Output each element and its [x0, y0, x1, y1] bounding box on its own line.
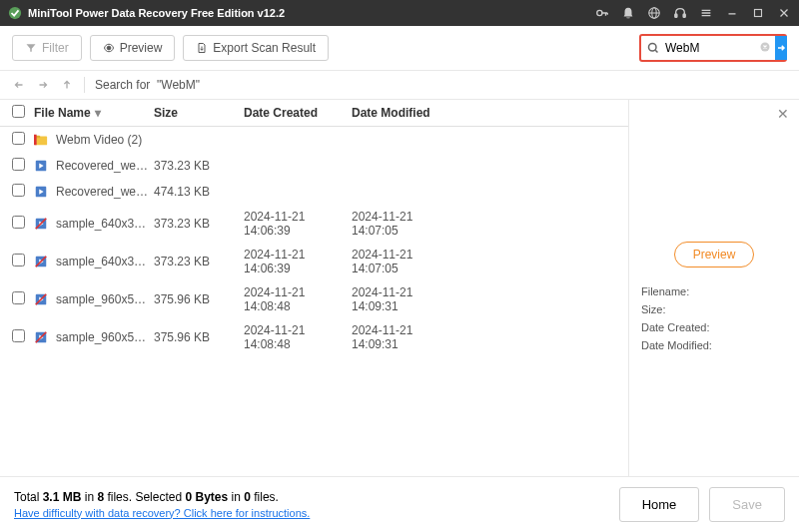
preview-label: Preview — [120, 41, 163, 55]
file-size: 375.96 KB — [154, 292, 244, 306]
filter-button[interactable]: Filter — [12, 35, 82, 61]
row-checkbox[interactable] — [12, 132, 25, 145]
meta-size: Size: — [641, 303, 787, 315]
table-row[interactable]: Webm Video (2) — [0, 127, 628, 153]
clear-search-icon[interactable] — [755, 41, 775, 56]
close-preview-icon[interactable]: ✕ — [777, 106, 789, 122]
file-name: sample_640x360... — [56, 255, 152, 268]
toolbar: Filter Preview Export Scan Result — [0, 26, 799, 71]
row-checkbox[interactable] — [12, 291, 25, 304]
column-size[interactable]: Size — [154, 106, 244, 120]
file-modified: 2024-11-21 14:07:05 — [352, 210, 459, 238]
select-all-checkbox[interactable] — [12, 105, 25, 118]
headphones-icon[interactable] — [673, 6, 687, 20]
app-title: MiniTool Power Data Recovery Free Editio… — [28, 7, 595, 19]
file-size: 373.23 KB — [154, 159, 244, 173]
filter-label: Filter — [42, 41, 69, 55]
preview-file-button[interactable]: Preview — [674, 242, 755, 267]
back-icon[interactable] — [12, 78, 26, 92]
file-type-icon — [34, 255, 48, 268]
meta-created: Date Created: — [641, 321, 787, 333]
table-row[interactable]: Recovered_webm...474.13 KB — [0, 179, 628, 205]
file-list: File Name ▾ Size Date Created Date Modif… — [0, 100, 629, 476]
menu-icon[interactable] — [699, 6, 713, 20]
meta-filename: Filename: — [641, 285, 787, 297]
sort-icon: ▾ — [95, 106, 101, 120]
file-size: 375.96 KB — [154, 330, 244, 344]
file-name: sample_960x540... — [56, 330, 152, 344]
globe-icon[interactable] — [647, 6, 661, 20]
file-type-icon — [34, 159, 48, 173]
file-name: sample_960x540... — [56, 292, 152, 306]
file-name: Recovered_webm... — [56, 159, 152, 173]
row-checkbox[interactable] — [12, 329, 25, 342]
breadcrumb-bar: Search for "WebM" — [0, 71, 799, 100]
table-row[interactable]: sample_960x540...375.96 KB2024-11-21 14:… — [0, 318, 628, 356]
export-button[interactable]: Export Scan Result — [183, 35, 329, 61]
column-modified[interactable]: Date Modified — [352, 106, 459, 120]
footer-text: Total 3.1 MB in 8 files. Selected 0 Byte… — [14, 489, 609, 521]
file-size: 474.13 KB — [154, 185, 244, 199]
up-icon[interactable] — [60, 78, 74, 92]
file-type-icon — [34, 185, 48, 199]
svg-rect-5 — [683, 14, 685, 18]
file-created: 2024-11-21 14:06:39 — [244, 210, 352, 238]
file-type-icon — [34, 330, 48, 344]
svg-point-0 — [9, 7, 21, 19]
column-created[interactable]: Date Created — [244, 106, 352, 120]
svg-point-7 — [107, 46, 111, 50]
row-checkbox[interactable] — [12, 254, 25, 266]
svg-point-8 — [649, 44, 657, 52]
help-link[interactable]: Have difficulty with data recovery? Clic… — [14, 507, 310, 519]
filter-icon — [25, 42, 37, 54]
file-created: 2024-11-21 14:08:48 — [244, 285, 352, 313]
home-button[interactable]: Home — [619, 487, 700, 522]
file-name: Recovered_webm... — [56, 185, 152, 199]
list-header: File Name ▾ Size Date Created Date Modif… — [0, 100, 628, 127]
search-icon — [641, 42, 665, 54]
file-size: 373.23 KB — [154, 255, 244, 268]
forward-icon[interactable] — [36, 78, 50, 92]
row-checkbox[interactable] — [12, 184, 25, 197]
app-logo-icon — [8, 6, 22, 20]
bell-icon[interactable] — [621, 6, 635, 20]
export-icon — [196, 42, 208, 54]
file-created: 2024-11-21 14:06:39 — [244, 248, 352, 275]
close-icon[interactable] — [777, 6, 791, 20]
titlebar: MiniTool Power Data Recovery Free Editio… — [0, 0, 799, 26]
minimize-icon[interactable] — [725, 6, 739, 20]
file-name: sample_640x360... — [56, 217, 152, 231]
table-row[interactable]: sample_640x360...373.23 KB2024-11-21 14:… — [0, 205, 628, 243]
maximize-icon[interactable] — [751, 6, 765, 20]
file-modified: 2024-11-21 14:09:31 — [352, 323, 459, 351]
eye-icon — [103, 42, 115, 54]
table-row[interactable]: sample_640x360...373.23 KB2024-11-21 14:… — [0, 243, 628, 280]
file-modified: 2024-11-21 14:07:05 — [352, 248, 459, 275]
search-path: Search for "WebM" — [95, 78, 200, 92]
export-label: Export Scan Result — [213, 41, 316, 55]
search-go-button[interactable] — [775, 36, 787, 60]
file-name: Webm Video (2) — [56, 133, 152, 147]
row-checkbox[interactable] — [12, 158, 25, 171]
row-checkbox[interactable] — [12, 216, 25, 229]
key-icon[interactable] — [595, 6, 609, 20]
save-button[interactable]: Save — [709, 487, 785, 522]
table-row[interactable]: Recovered_webm...373.23 KB — [0, 153, 628, 179]
search-box — [639, 34, 787, 62]
search-input[interactable] — [665, 41, 755, 55]
file-type-icon — [34, 217, 48, 231]
column-name[interactable]: File Name ▾ — [34, 106, 154, 120]
preview-panel: ✕ Preview Filename: Size: Date Created: … — [629, 100, 799, 476]
file-created: 2024-11-21 14:08:48 — [244, 323, 352, 351]
footer: Total 3.1 MB in 8 files. Selected 0 Byte… — [0, 476, 799, 532]
meta-modified: Date Modified: — [641, 339, 787, 351]
preview-button[interactable]: Preview — [90, 35, 176, 61]
svg-rect-4 — [675, 14, 677, 18]
svg-rect-6 — [755, 10, 762, 17]
file-type-icon — [34, 292, 48, 306]
file-type-icon — [34, 133, 48, 147]
file-modified: 2024-11-21 14:09:31 — [352, 285, 459, 313]
table-row[interactable]: sample_960x540...375.96 KB2024-11-21 14:… — [0, 280, 628, 318]
file-size: 373.23 KB — [154, 217, 244, 231]
svg-rect-12 — [34, 135, 37, 146]
